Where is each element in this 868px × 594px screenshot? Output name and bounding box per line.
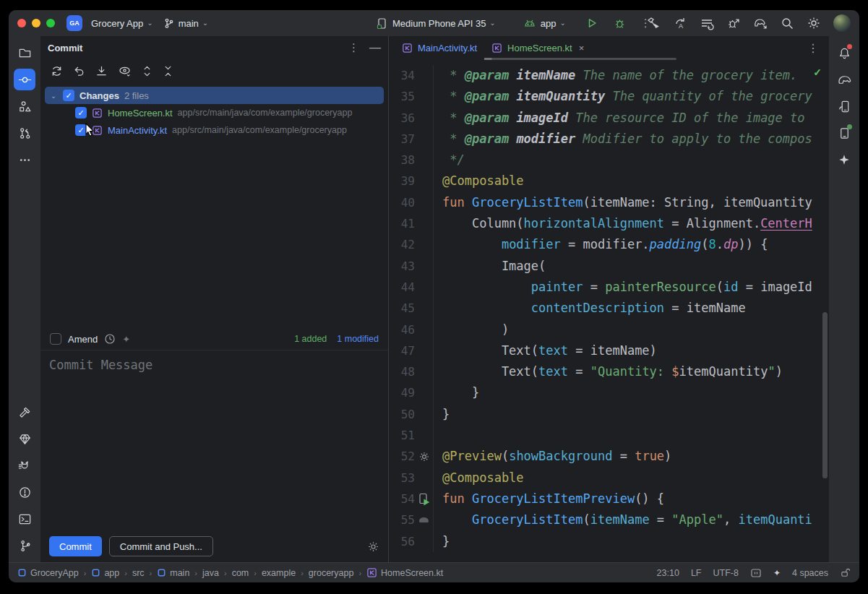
ai-assistant-icon[interactable]: ✦ (773, 568, 781, 578)
changes-root-row[interactable]: ⌄ ✓ Changes 2 files (45, 87, 384, 104)
editor-tab-homescreen-kt[interactable]: HomeScreen.kt× (484, 36, 591, 60)
line-number[interactable]: 45 (389, 298, 415, 319)
gradle-sync-button[interactable] (753, 16, 768, 30)
tool-strip-commit-button[interactable] (14, 69, 35, 90)
line-number[interactable]: 43 (389, 256, 415, 277)
breadcrumb-item[interactable]: example (262, 568, 296, 578)
tool-strip-version-control-button[interactable] (14, 535, 35, 556)
tool-strip-device-manager-button[interactable] (833, 95, 855, 117)
gutter-fold-icon[interactable] (415, 509, 434, 530)
tab-options-kebab-icon[interactable]: ⋮ (807, 41, 819, 55)
changed-file-row[interactable]: ✓ HomeScreen.kt app/src/main/java/com/ex… (40, 104, 388, 121)
commit-and-push-button[interactable]: Commit and Push... (109, 536, 213, 556)
file-encoding[interactable]: UTF-8 (713, 568, 738, 578)
apply-code-changes-button[interactable] (700, 16, 714, 30)
line-number[interactable]: 47 (389, 340, 415, 361)
inspections-ok-icon[interactable]: ✓ (813, 66, 822, 78)
panel-options-kebab-icon[interactable]: ⋮ (348, 41, 359, 54)
line-number[interactable]: 46 (389, 319, 415, 340)
tool-strip-build-button[interactable] (14, 401, 35, 423)
breadcrumb-item[interactable]: main (157, 568, 189, 578)
breadcrumb-item[interactable]: java (202, 568, 219, 578)
apply-changes-button[interactable]: A (673, 16, 687, 30)
settings-button[interactable] (807, 16, 821, 30)
breadcrumb-item[interactable]: src (132, 568, 145, 578)
line-number[interactable]: 56 (389, 531, 415, 552)
tool-strip-problems-button[interactable] (14, 481, 35, 503)
tool-strip-pull-requests-button[interactable] (14, 122, 35, 144)
caret-position[interactable]: 23:10 (657, 568, 679, 578)
line-number[interactable]: 37 (389, 129, 415, 150)
commit-history-clock-icon[interactable] (104, 333, 116, 345)
tool-strip-running-devices-button[interactable] (833, 122, 855, 144)
line-number[interactable]: 35 (389, 86, 415, 107)
vertical-scrollbar[interactable] (822, 312, 828, 478)
line-number[interactable]: 52 (389, 446, 415, 467)
tool-strip-project-button[interactable] (14, 42, 35, 64)
line-number[interactable]: 50 (389, 404, 415, 425)
user-avatar[interactable] (833, 14, 851, 32)
breadcrumb-item[interactable]: HomeScreen.kt (366, 567, 443, 578)
file-checkbox[interactable]: ✓ (75, 107, 87, 119)
gutter-runpreview-icon[interactable] (415, 488, 434, 509)
zoom-window-button[interactable] (46, 19, 55, 27)
line-number[interactable]: 34 (389, 65, 415, 86)
commit-toolbar-refresh-icon[interactable] (51, 65, 63, 77)
breadcrumb-item[interactable]: app (91, 568, 119, 578)
project-widget[interactable]: GA Grocery App ⌄ (66, 15, 153, 31)
more-actions-kebab-icon[interactable]: ⋮ (640, 17, 651, 30)
hide-panel-icon[interactable]: — (369, 41, 381, 54)
close-tab-icon[interactable]: × (579, 43, 585, 53)
ai-commit-message-icon[interactable]: ✦ (122, 334, 130, 345)
tool-strip-gemini-button[interactable] (833, 149, 855, 171)
amend-checkbox[interactable] (50, 333, 61, 345)
expand-chevron-icon[interactable]: ⌄ (49, 92, 58, 100)
attach-debugger-button[interactable] (726, 16, 741, 30)
commit-toolbar-expand-icon[interactable] (142, 65, 152, 77)
run-button[interactable] (586, 17, 598, 29)
changes-checkbox[interactable]: ✓ (63, 90, 74, 101)
unlocked-icon[interactable] (840, 567, 851, 578)
close-window-button[interactable] (17, 19, 26, 27)
line-number[interactable]: 41 (389, 213, 415, 234)
line-number[interactable]: 51 (389, 425, 415, 446)
editor-tab-mainactivity-kt[interactable]: MainActivity.kt (395, 36, 484, 60)
commit-options-gear-icon[interactable] (367, 541, 379, 553)
code-area[interactable]: 34 * @param itemName The name of the gro… (389, 60, 829, 562)
commit-toolbar-shelve-icon[interactable] (95, 65, 108, 77)
minimize-window-button[interactable] (32, 19, 40, 27)
device-selector[interactable]: Medium Phone API 35 ⌄ (392, 18, 496, 29)
commit-button[interactable]: Commit (49, 536, 102, 556)
line-number[interactable]: 48 (389, 361, 415, 382)
commit-toolbar-collapse-icon[interactable] (163, 65, 173, 77)
breadcrumb-item[interactable]: groceryapp (309, 568, 354, 578)
tool-strip-app-quality-insights-button[interactable] (14, 428, 35, 449)
tool-strip-more-tool-windows-button[interactable] (14, 149, 35, 171)
line-number[interactable]: 54 (389, 488, 415, 509)
tool-strip-notifications-button[interactable] (833, 42, 855, 64)
breadcrumb-item[interactable]: GroceryApp (17, 568, 79, 578)
line-number[interactable]: 39 (389, 171, 415, 191)
gutter-gear-icon[interactable] (415, 446, 434, 467)
line-number[interactable]: 36 (389, 108, 415, 129)
commit-toolbar-eye-icon[interactable] (118, 66, 132, 77)
line-number[interactable]: 49 (389, 382, 415, 403)
search-everywhere-button[interactable] (781, 17, 794, 30)
line-number[interactable]: 44 (389, 277, 415, 298)
tool-strip-terminal-button[interactable] (14, 508, 35, 530)
indent-setting[interactable]: 4 spaces (792, 568, 828, 578)
line-number[interactable]: 53 (389, 468, 415, 488)
line-number[interactable]: 55 (389, 509, 415, 530)
line-separator[interactable]: LF (691, 568, 702, 578)
line-number[interactable]: 42 (389, 234, 415, 255)
tool-strip-gradle-button[interactable] (833, 69, 855, 90)
commit-message-input[interactable]: Commit Message (40, 350, 388, 530)
line-number[interactable]: 38 (389, 150, 415, 171)
line-number[interactable]: 40 (389, 192, 415, 213)
branch-widget[interactable]: main ⌄ (163, 17, 209, 29)
tool-strip-structure-button[interactable] (14, 95, 35, 117)
debug-button[interactable] (614, 17, 626, 30)
breadcrumb-item[interactable]: com (232, 568, 249, 578)
commit-toolbar-rollback-icon[interactable] (73, 65, 85, 77)
reader-mode-icon[interactable] (750, 567, 762, 579)
